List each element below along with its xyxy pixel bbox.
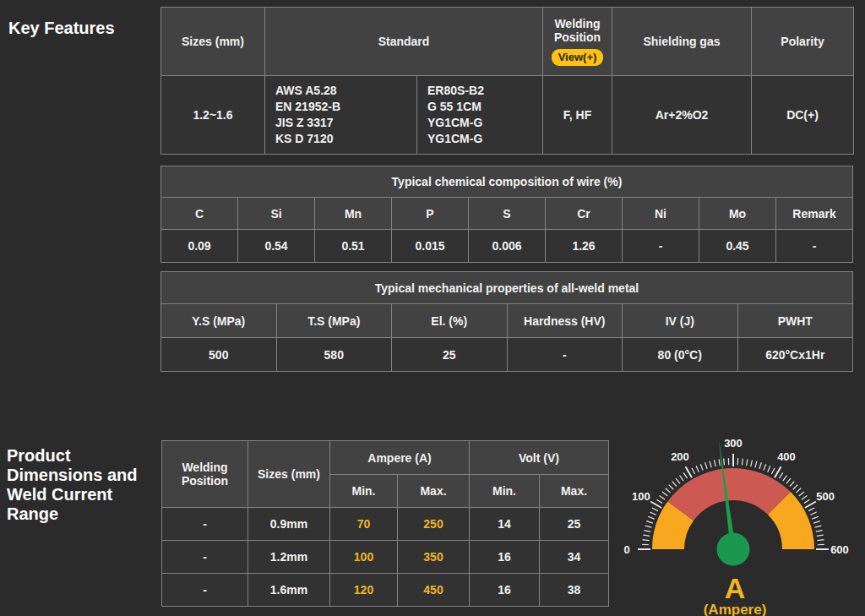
chem-value-6: -: [623, 230, 699, 263]
spec-data-row: 1.2~1.6 AWS A5.28EN 21952-BJIS Z 3317KS …: [161, 76, 854, 155]
col-header-polarity: Polarity: [752, 8, 854, 76]
current-cell-r0-c4: 14: [470, 508, 540, 541]
mech-header-row: Y.S (MPa)T.S (MPa)El. (%)Hardness (HV)IV…: [161, 304, 853, 338]
gauge-unit-label: A: [615, 575, 855, 602]
gauge-minor-tick: [808, 508, 814, 511]
standard-line: YG1CM-G: [427, 115, 539, 131]
mech-col-header-3: Hardness (HV): [507, 304, 623, 338]
gauge-minor-tick: [812, 516, 818, 519]
gauge-minor-tick: [643, 535, 650, 536]
standard-line: KS D 7120: [275, 131, 413, 147]
chem-col-header-3: P: [392, 198, 469, 230]
current-cell-r2-c3: 450: [398, 574, 470, 607]
gauge-minor-tick: [650, 512, 656, 515]
gauge-minor-tick: [790, 482, 794, 487]
gauge-minor-tick: [692, 468, 695, 474]
gauge-minor-tick: [645, 526, 652, 527]
current-cell-r1-c2: 100: [330, 541, 398, 574]
mech-title-row: Typical mechanical properties of all-wel…: [161, 272, 853, 304]
gauge-tick-label-600: 600: [830, 543, 849, 556]
chem-value-1: 0.54: [238, 230, 315, 263]
col-header-welding-position-2: Welding Position: [162, 441, 248, 508]
gauge-minor-tick: [793, 485, 798, 490]
gauge-minor-tick: [768, 466, 770, 472]
ampere-gauge: 0100200300400500600 A (Ampere): [615, 422, 855, 616]
product-dimensions-heading: Product Dimensions and Weld Current Rang…: [7, 446, 149, 524]
gauge-minor-tick: [804, 499, 810, 503]
current-cell-r2-c0: -: [162, 574, 248, 607]
current-table-row-0: -0.9mm702501425: [162, 508, 609, 541]
gauge-minor-tick: [644, 531, 650, 532]
gauge-major-tick: [775, 466, 781, 477]
current-cell-r1-c3: 350: [398, 541, 470, 574]
current-cell-r1-c1: 1.2mm: [248, 541, 330, 574]
gauge-minor-tick: [742, 459, 743, 466]
mech-value-5: 620°Cx1Hr: [737, 338, 853, 372]
current-cell-r0-c3: 250: [398, 508, 470, 541]
current-cell-r2-c5: 38: [540, 574, 609, 607]
standard-line: G 55 1CM: [427, 99, 539, 115]
mech-value-3: -: [507, 338, 623, 372]
gauge-tick-label-200: 200: [671, 450, 689, 463]
gauge-minor-tick: [751, 460, 753, 466]
gauge-hub: [717, 533, 750, 566]
gauge-minor-tick: [652, 508, 658, 511]
gauge-minor-tick: [764, 464, 766, 470]
gauge-minor-tick: [715, 460, 716, 466]
gauge-tick-label-400: 400: [777, 450, 796, 463]
standard-line: YG1CM-G: [427, 131, 539, 147]
gauge-tick-label-500: 500: [816, 490, 835, 503]
chem-value-8: -: [776, 230, 853, 263]
mech-col-header-1: T.S (MPa): [276, 304, 392, 338]
gauge-minor-tick: [672, 482, 677, 487]
current-range-table: Welding Position Sizes (mm) Ampere (A) V…: [161, 440, 609, 607]
gauge-minor-tick: [705, 462, 707, 469]
gauge-minor-tick: [683, 472, 687, 478]
chem-col-header-1: Si: [238, 198, 315, 230]
current-cell-r0-c2: 70: [330, 508, 398, 541]
current-table-row-2: -1.6mm1204501638: [162, 574, 609, 607]
col-header-volt: Volt (V): [470, 441, 609, 475]
gauge-minor-tick: [817, 540, 824, 541]
cell-sizes: 1.2~1.6: [161, 76, 265, 155]
col-header-shielding-gas: Shielding gas: [612, 8, 752, 76]
col-header-amp-max: Max.: [398, 475, 470, 508]
gauge-minor-tick: [779, 472, 782, 478]
key-features-heading: Key Features: [8, 19, 115, 38]
gauge-minor-tick: [813, 521, 820, 523]
gauge-unit-sublabel: (Ampere): [615, 602, 855, 616]
gauge-minor-tick: [799, 492, 804, 496]
col-header-sizes: Sizes (mm): [161, 8, 265, 76]
mech-col-header-0: Y.S (MPa): [161, 304, 277, 338]
spec-table: Sizes (mm) Standard Welding Position Vie…: [160, 7, 854, 155]
gauge-minor-tick: [700, 464, 703, 470]
gauge-minor-tick: [646, 521, 653, 523]
chem-col-header-7: Mo: [699, 198, 776, 230]
col-header-sizes-2: Sizes (mm): [248, 441, 330, 508]
gauge-minor-tick: [724, 459, 725, 466]
gauge-minor-tick: [802, 496, 807, 500]
product-spec-page: Key Features Sizes (mm) Standard Welding…: [0, 0, 865, 616]
gauge-tick-label-0: 0: [623, 543, 629, 556]
spec-header-row: Sizes (mm) Standard Welding Position Vie…: [161, 8, 854, 76]
chem-value-2: 0.51: [315, 230, 392, 263]
current-cell-r2-c1: 1.6mm: [248, 574, 330, 607]
standard-line: AWS A5.28: [275, 83, 413, 99]
cell-shielding-gas: Ar+2%O2: [612, 76, 752, 155]
gauge-major-tick: [805, 502, 816, 509]
ampere-gauge-dial: 0100200300400500600: [615, 422, 855, 573]
cell-polarity: DC(+): [752, 76, 854, 155]
gauge-minor-tick: [669, 485, 674, 490]
col-header-volt-min: Min.: [470, 475, 540, 508]
gauge-minor-tick: [747, 459, 748, 466]
current-header-row-1: Welding Position Sizes (mm) Ampere (A) V…: [162, 441, 609, 475]
gauge-minor-tick: [783, 476, 787, 481]
gauge-minor-tick: [662, 492, 667, 496]
col-header-amp-min: Min.: [330, 475, 398, 508]
gauge-minor-tick: [755, 461, 757, 468]
chem-value-7: 0.45: [699, 230, 776, 263]
mech-col-header-4: IV (J): [623, 304, 738, 338]
view-welding-position-button[interactable]: View(+): [552, 49, 604, 66]
gauge-tick-label-100: 100: [632, 490, 650, 503]
chem-col-header-0: C: [161, 198, 238, 230]
